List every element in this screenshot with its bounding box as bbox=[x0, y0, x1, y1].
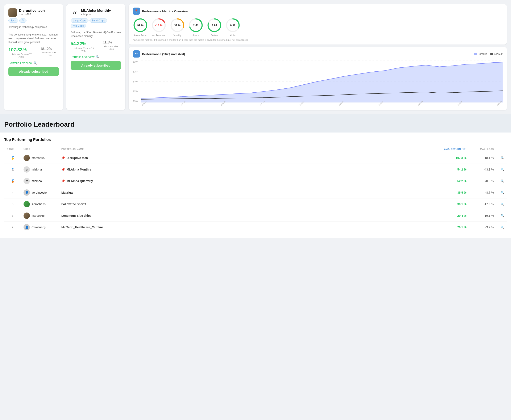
subscribe-btn-1[interactable]: Already subscribed bbox=[8, 67, 59, 76]
subscribe-btn-2[interactable]: Already subscribed bbox=[71, 61, 121, 70]
chart-area: $30K $25K $20K $15K $10K bbox=[133, 60, 503, 107]
metrics-row: 99 % Annual Return -18 % bbox=[133, 18, 503, 37]
tag-ai[interactable]: AI bbox=[19, 18, 26, 23]
portfolio-name-cell-7: MidTerm_Healthcare_Carolina bbox=[59, 222, 431, 233]
max-loss-7: -3.2 % bbox=[469, 222, 496, 233]
tag-tech[interactable]: Tech bbox=[8, 18, 18, 23]
metric-value-sharpe: 2.41 bbox=[193, 24, 198, 27]
metric-label-sortino: Sortino bbox=[211, 34, 218, 37]
metric-value-annual: 99 % bbox=[137, 24, 144, 27]
metrics-panel-title: Performance Metrics Overview bbox=[142, 9, 188, 13]
max-loss-1: -18.1 % bbox=[469, 152, 496, 164]
avg-return-5: 30.1 % bbox=[431, 198, 469, 210]
metric-sortino: 3.94 Sortino bbox=[207, 18, 222, 37]
table-row: 🥈 α mlalpha 📌 MLAlpha Monthly 54.2 % -43… bbox=[4, 164, 507, 175]
tag-large-caps[interactable]: Large-Caps bbox=[71, 18, 88, 23]
leaderboard-section-title: Portfolio Leaderboard bbox=[4, 120, 507, 128]
username-3: mlalpha bbox=[31, 179, 42, 183]
search-icon-2: 🔍 bbox=[96, 55, 99, 59]
top-section: Disruptive tech marco565 Tech AI Investi… bbox=[0, 0, 511, 114]
metrics-panel-header: 📍 Performance Metrics Overview bbox=[133, 8, 503, 15]
username-7: Carolinacg bbox=[31, 225, 46, 229]
search-btn-1[interactable]: 🔍 bbox=[496, 152, 507, 164]
table-row: 🥉 α mlalpha 📌 MLAlpha Quarterly 52.2 % -… bbox=[4, 175, 507, 187]
chart-svg-container bbox=[141, 60, 503, 103]
portfolio-name-cell-1: 📌 Disruptive tech bbox=[59, 152, 431, 164]
avg-return-1: 107.3 % bbox=[431, 152, 469, 164]
return-val-2: 54.22% bbox=[71, 41, 96, 46]
tag-mid-caps[interactable]: Mid-Caps bbox=[71, 24, 86, 28]
max-loss-5: -17.9 % bbox=[469, 198, 496, 210]
user-avatar-2: α bbox=[23, 166, 30, 172]
metric-value-volatility: 31 % bbox=[174, 24, 181, 27]
chart-y-labels: $30K $25K $20K $15K $10K bbox=[133, 60, 138, 107]
rank-7: 7 bbox=[4, 222, 21, 233]
max-loss-3: -70.3 % bbox=[469, 175, 496, 187]
metric-alpha: 0.32 Alpha bbox=[225, 18, 240, 37]
portfolio-overview-link-2[interactable]: Portfolio Overview 🔍 bbox=[71, 55, 121, 59]
max-loss-4: -8.7 % bbox=[469, 187, 496, 198]
metric-label-drawdown: Max Drawdown bbox=[152, 34, 166, 37]
table-row: 4 👤 aeroinvestor Madrigal 35.5 % -8.7 % … bbox=[4, 187, 507, 198]
avg-return-4: 35.5 % bbox=[431, 187, 469, 198]
legend-portfolio: Portfolio bbox=[474, 52, 487, 55]
search-btn-6[interactable]: 🔍 bbox=[496, 210, 507, 222]
tag-small-caps[interactable]: Small-Caps bbox=[90, 18, 107, 23]
metric-value-drawdown: -18 % bbox=[155, 24, 162, 27]
user-cell-5: Aerocharls bbox=[21, 198, 59, 210]
rank-6: 6 bbox=[4, 210, 21, 222]
portfolio-name-1: Disruptive tech bbox=[67, 156, 88, 160]
metrics-panel-icon: 📍 bbox=[133, 8, 140, 15]
portfolio-card-disruptive-tech: Disruptive tech marco565 Tech AI Investi… bbox=[4, 4, 63, 110]
return-val-1: 107.33% bbox=[8, 47, 34, 52]
metric-label-alpha: Alpha bbox=[230, 34, 236, 37]
metric-volatility: 31 % Volatility bbox=[170, 18, 185, 37]
search-btn-5[interactable]: 🔍 bbox=[496, 198, 507, 210]
user-cell-6: marco565 bbox=[21, 210, 59, 222]
col-avg-return[interactable]: AVG. RETURN (1Y) bbox=[431, 146, 469, 152]
user-cell-7: 👤 Carolinacg bbox=[21, 222, 59, 233]
portfolio-overview-link-1[interactable]: Portfolio Overview 🔍 bbox=[8, 61, 59, 65]
search-icon-1: 🔍 bbox=[34, 61, 37, 65]
portfolio-name-cell-4: Madrigal bbox=[59, 187, 431, 198]
chart-card: 〜 Performance (10k$ invested) Portfolio … bbox=[129, 47, 507, 110]
avg-return-3: 52.2 % bbox=[431, 175, 469, 187]
col-user: USER bbox=[21, 146, 59, 152]
portfolio-card-mlalpha-monthly: α MLAlpha Monthly mlalpha Large-Caps Sma… bbox=[66, 4, 125, 110]
metric-annual-return: 99 % Annual Return bbox=[133, 18, 148, 37]
metric-label-volatility: Volatility bbox=[174, 34, 181, 37]
metrics-card: 📍 Performance Metrics Overview 99 % bbox=[129, 4, 507, 45]
card-header-2: α MLAlpha Monthly mlalpha bbox=[71, 8, 121, 17]
card-username-1: marco565 bbox=[19, 13, 45, 16]
col-rank: RANK bbox=[4, 146, 21, 152]
top-performing-title: Top Performing Portfolios bbox=[4, 138, 507, 142]
max-loss-6: -19.1 % bbox=[469, 210, 496, 222]
col-action bbox=[496, 146, 507, 152]
search-btn-7[interactable]: 🔍 bbox=[496, 222, 507, 233]
leaderboard-section: Top Performing Portfolios RANK USER PORT… bbox=[0, 133, 511, 238]
metric-value-alpha: 0.32 bbox=[230, 24, 235, 27]
search-btn-2[interactable]: 🔍 bbox=[496, 164, 507, 175]
avg-return-6: 20.4 % bbox=[431, 210, 469, 222]
portfolio-name-cell-3: 📌 MLAlpha Quarterly bbox=[59, 175, 431, 187]
user-avatar-3: α bbox=[23, 178, 30, 184]
metric-label-annual: Annual Return bbox=[134, 34, 147, 37]
avatar-marco565 bbox=[8, 8, 17, 17]
portfolio-name-5: Follow the ShortT bbox=[61, 202, 86, 206]
search-btn-4[interactable]: 🔍 bbox=[496, 187, 507, 198]
card-username-2: mlalpha bbox=[81, 13, 111, 16]
username-5: Aerocharls bbox=[31, 202, 46, 206]
user-avatar-1 bbox=[23, 155, 30, 161]
rank-5: 5 bbox=[4, 198, 21, 210]
user-cell-3: α mlalpha bbox=[21, 175, 59, 187]
user-cell-4: 👤 aeroinvestor bbox=[21, 187, 59, 198]
search-btn-3[interactable]: 🔍 bbox=[496, 175, 507, 187]
avatar-mlalpha: α bbox=[71, 8, 79, 17]
max-loss-2: -43.1 % bbox=[469, 164, 496, 175]
card-title-2: MLAlpha Monthly bbox=[81, 9, 111, 13]
return-label-2: Historical Return (1Y Avg.) bbox=[71, 47, 96, 52]
portfolio-name-6: Long term Blue chips bbox=[61, 214, 92, 217]
leaderboard-table: RANK USER PORTFOLIO NAME AVG. RETURN (1Y… bbox=[4, 146, 507, 233]
card-desc-1: Investing in technology companiesThis po… bbox=[8, 25, 59, 44]
max-loss-val-1: -18.12% bbox=[39, 47, 59, 51]
